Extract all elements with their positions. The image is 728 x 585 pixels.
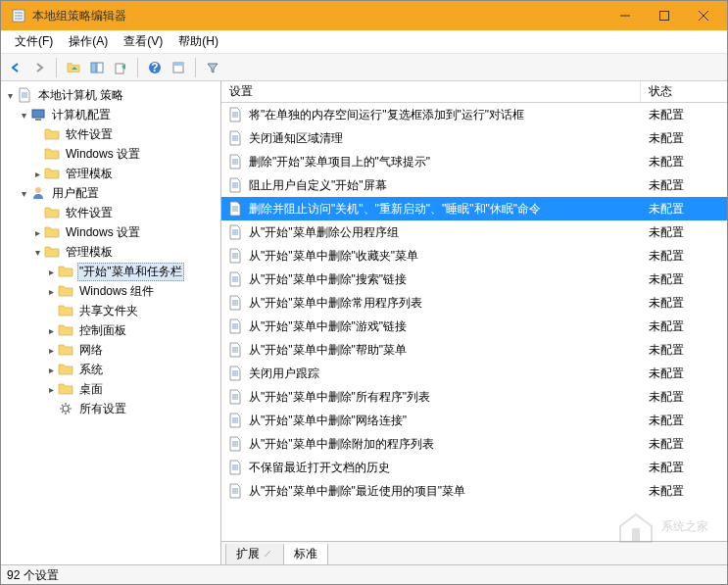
setting-name: 从"开始"菜单中删除"搜索"链接 [249,271,649,288]
svg-rect-7 [116,64,123,73]
policy-item-icon [227,224,243,240]
setting-row[interactable]: 阻止用户自定义"开始"屏幕未配置 [221,173,727,197]
setting-status: 未配置 [649,177,727,194]
setting-row[interactable]: 从"开始"菜单中删除附加的程序列表未配置 [221,432,727,456]
close-button[interactable] [684,1,723,30]
chevron-right-icon[interactable]: ▸ [44,345,58,356]
tree-windows-components[interactable]: ▸Windows 组件 [1,281,220,301]
setting-name: 从"开始"菜单删除公用程序组 [249,224,649,241]
policy-item-icon [227,389,243,405]
tree-software-settings-user[interactable]: 软件设置 [1,203,220,222]
menubar: 文件(F) 操作(A) 查看(V) 帮助(H) [1,30,727,54]
setting-row[interactable]: 删除"开始"菜单项目上的"气球提示"未配置 [221,150,727,173]
tab-extended[interactable]: 扩展⟋ [225,544,284,564]
setting-status: 未配置 [649,460,727,476]
column-status[interactable]: 状态 [641,81,727,102]
setting-row[interactable]: 从"开始"菜单删除公用程序组未配置 [221,220,727,244]
setting-name: 删除"开始"菜单项目上的"气球提示" [249,154,649,171]
back-button[interactable] [5,57,26,78]
tree-user-config[interactable]: ▾ 用户配置 [1,183,220,203]
folder-icon [58,283,73,299]
setting-status: 未配置 [649,201,727,218]
setting-row[interactable]: 关闭通知区域清理未配置 [221,126,727,150]
setting-row[interactable]: 将"在单独的内存空间运行"复选框添加到"运行"对话框未配置 [221,103,727,126]
setting-name: 删除并阻止访问"关机"、"重新启动"、"睡眠"和"休眠"命令 [249,201,649,218]
setting-row[interactable]: 删除并阻止访问"关机"、"重新启动"、"睡眠"和"休眠"命令未配置 [221,197,727,220]
policy-item-icon [227,460,243,475]
setting-row[interactable]: 从"开始"菜单中删除"网络连接"未配置 [221,409,727,432]
chevron-right-icon[interactable]: ▸ [44,384,58,395]
titlebar: 本地组策略编辑器 [1,1,727,30]
policy-item-icon [227,248,243,264]
setting-row[interactable]: 从"开始"菜单中删除"游戏"链接未配置 [221,315,727,338]
chevron-right-icon[interactable]: ▸ [30,227,44,238]
show-hide-tree-button[interactable] [86,57,108,78]
tree-root[interactable]: ▾ 本地计算机 策略 [1,85,220,105]
setting-status: 未配置 [649,318,727,335]
tree-pane[interactable]: ▾ 本地计算机 策略 ▾ 计算机配置 软件设置 Windows 设置 ▸管理模板… [1,81,221,564]
chevron-down-icon[interactable]: ▾ [17,188,30,199]
help-button[interactable]: ? [144,57,166,78]
folder-icon [44,126,60,142]
chevron-right-icon[interactable]: ▸ [44,267,58,277]
export-button[interactable] [110,57,131,78]
setting-name: 从"开始"菜单中删除"最近使用的项目"菜单 [249,483,649,500]
chevron-down-icon[interactable]: ▾ [3,90,17,101]
chevron-right-icon[interactable]: ▸ [44,286,58,297]
chevron-right-icon[interactable]: ▸ [44,365,58,375]
setting-row[interactable]: 关闭用户跟踪未配置 [221,362,727,385]
tree-start-taskbar[interactable]: ▸"开始"菜单和任务栏 [1,262,220,281]
chevron-down-icon[interactable]: ▾ [17,110,30,121]
tree-computer-config[interactable]: ▾ 计算机配置 [1,105,220,124]
minimize-button[interactable] [606,1,645,30]
setting-status: 未配置 [649,436,727,453]
tree-system[interactable]: ▸系统 [1,360,220,379]
statusbar: 92 个设置 [1,564,727,584]
setting-row[interactable]: 从"开始"菜单中删除"所有程序"列表未配置 [221,385,727,409]
tree-windows-settings[interactable]: Windows 设置 [1,144,220,164]
tree-windows-settings-user[interactable]: ▸Windows 设置 [1,222,220,242]
list-header[interactable]: 设置 状态 [221,81,727,103]
setting-row[interactable]: 从"开始"菜单中删除"帮助"菜单未配置 [221,338,727,362]
svg-text:?: ? [151,61,158,74]
tree-desktop[interactable]: ▸桌面 [1,379,220,399]
tree-all-settings[interactable]: 所有设置 [1,399,220,418]
forward-button[interactable] [28,57,50,78]
folder-icon [58,362,73,377]
maximize-button[interactable] [645,1,684,30]
svg-point-12 [35,187,41,193]
menu-help[interactable]: 帮助(H) [170,31,226,52]
status-text: 92 个设置 [7,568,59,582]
tree-admin-templates[interactable]: ▸管理模板 [1,164,220,183]
up-button[interactable] [63,57,84,78]
tree-shared-folders[interactable]: 共享文件夹 [1,301,220,320]
chevron-right-icon[interactable]: ▸ [44,325,58,336]
tree-network[interactable]: ▸网络 [1,340,220,360]
setting-row[interactable]: 不保留最近打开文档的历史未配置 [221,456,727,479]
setting-name: 从"开始"菜单中删除"所有程序"列表 [249,389,649,406]
chevron-down-icon[interactable]: ▾ [30,247,44,258]
setting-row[interactable]: 从"开始"菜单中删除"最近使用的项目"菜单未配置 [221,479,727,503]
policy-item-icon [227,436,243,452]
column-setting[interactable]: 设置 [221,81,641,102]
tree-control-panel[interactable]: ▸控制面板 [1,320,220,340]
setting-row[interactable]: 从"开始"菜单中删除"收藏夹"菜单未配置 [221,244,727,268]
menu-file[interactable]: 文件(F) [7,31,61,52]
setting-row[interactable]: 从"开始"菜单中删除常用程序列表未配置 [221,291,727,315]
chevron-right-icon[interactable]: ▸ [30,169,44,179]
setting-row[interactable]: 从"开始"菜单中删除"搜索"链接未配置 [221,268,727,291]
properties-button[interactable] [168,57,189,78]
policy-item-icon [227,130,243,146]
settings-list[interactable]: 将"在单独的内存空间运行"复选框添加到"运行"对话框未配置关闭通知区域清理未配置… [221,103,727,541]
folder-icon [58,322,73,338]
filter-button[interactable] [202,57,223,78]
setting-status: 未配置 [649,224,727,241]
tab-standard[interactable]: 标准 [283,544,328,564]
setting-status: 未配置 [649,366,727,382]
menu-action[interactable]: 操作(A) [61,31,116,52]
tree-admin-templates-user[interactable]: ▾管理模板 [1,242,220,262]
setting-status: 未配置 [649,413,727,429]
tree-software-settings[interactable]: 软件设置 [1,124,220,144]
menu-view[interactable]: 查看(V) [116,31,170,52]
setting-name: 从"开始"菜单中删除"游戏"链接 [249,318,649,335]
